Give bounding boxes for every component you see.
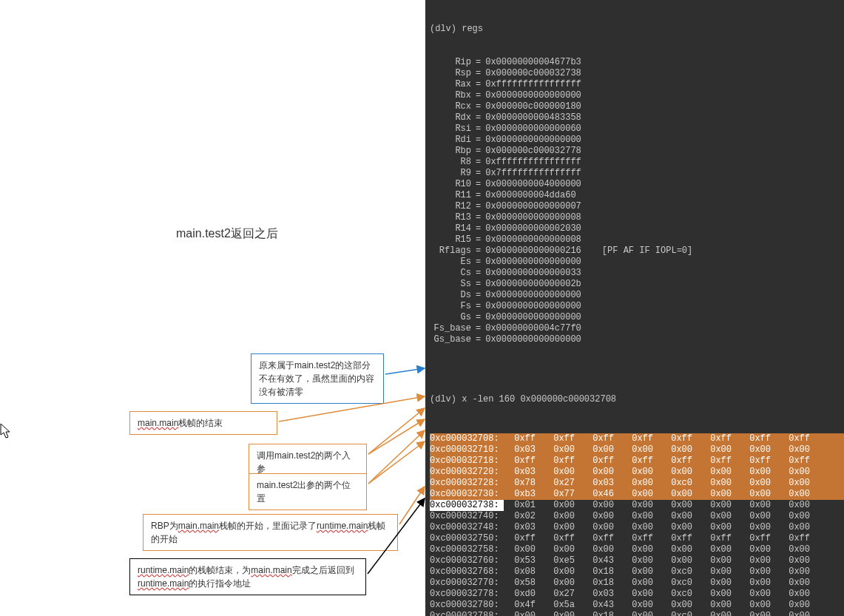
memory-row: 0xc000032778:0xd00x270x030x000xc00x000x0… xyxy=(430,589,844,600)
memory-row: 0xc000032710:0x030x000x000x000x000x000x0… xyxy=(430,444,844,456)
register-row: Es=0x0000000000000000 xyxy=(430,257,844,268)
register-row: Rip=0x00000000004677b3 xyxy=(430,57,844,68)
register-row: Gs=0x0000000000000000 xyxy=(430,312,844,323)
register-row: Rax=0xffffffffffffffff xyxy=(430,79,844,90)
memory-row: 0xc000032768:0x080x000x180x000xc00x000x0… xyxy=(430,566,844,578)
register-row: Rsi=0x0000000000000060 xyxy=(430,123,844,135)
register-row: R15=0x0000000000000008 xyxy=(430,234,844,246)
memory-row: 0xc000032788:0x000x000x180x000xc00x000x0… xyxy=(430,611,844,616)
callout-two-outparams: main.test2出参的两个位置 xyxy=(249,473,367,510)
callout-runtime-return: runtime.main的栈帧结束，为main.main完成之后返回到runti… xyxy=(129,558,366,595)
register-row: Ss=0x000000000000002b xyxy=(430,279,844,290)
memory-row: 0xc000032760:0x530xe50x430x000x000x000x0… xyxy=(430,555,844,566)
callout-rbp-frame-start: RBP为main.main栈帧的开始，里面记录了runtime.main栈帧的开… xyxy=(143,514,398,551)
memory-row: 0xc000032750:0xff0xff0xff0xff0xff0xff0xf… xyxy=(430,533,844,544)
svg-line-3 xyxy=(368,419,425,454)
memory-row: 0xc000032708:0xff0xff0xff0xff0xff0xff0xf… xyxy=(430,433,844,444)
svg-line-6 xyxy=(399,487,425,524)
svg-line-5 xyxy=(368,441,425,484)
registers-list: Rip=0x00000000004677b3Rsp=0x000000c00003… xyxy=(430,57,844,345)
memory-row: 0xc000032730:0xb30x770x460x000x000x000x0… xyxy=(430,489,844,500)
register-row: Cs=0x0000000000000033 xyxy=(430,268,844,279)
memory-dump: 0xc000032708:0xff0xff0xff0xff0xff0xff0xf… xyxy=(430,433,844,616)
svg-line-0 xyxy=(385,368,425,374)
memory-row: 0xc000032770:0x580x000x180x000xc00x000x0… xyxy=(430,578,844,589)
callout-main-frame-end: main.main栈帧的结束 xyxy=(129,411,277,435)
register-row: Rdx=0x0000000000483358 xyxy=(430,112,844,123)
register-row: Rbp=0x000000c000032778 xyxy=(430,146,844,157)
register-row: Rsp=0x000000c000032738 xyxy=(430,68,844,79)
mouse-cursor-icon xyxy=(0,423,12,442)
memory-row: 0xc000032748:0x030x000x000x000x000x000x0… xyxy=(430,522,844,533)
register-row: R10=0x0000000004000000 xyxy=(430,179,844,190)
register-row: Gs_base=0x0000000000000000 xyxy=(430,334,844,345)
memory-row: 0xc000032718:0xff0xff0xff0xff0xff0xff0xf… xyxy=(430,456,844,467)
register-row: R13=0x0000000000000008 xyxy=(430,212,844,223)
register-row: R14=0x0000000000002030 xyxy=(430,223,844,234)
memory-row: 0xc000032720:0x030x000x000x000x000x000x0… xyxy=(430,467,844,478)
register-row: Ds=0x0000000000000000 xyxy=(430,290,844,301)
svg-line-4 xyxy=(368,430,425,484)
memory-row: 0xc000032728:0x780x270x030x000xc00x000x0… xyxy=(430,478,844,489)
register-row: R12=0x0000000000000007 xyxy=(430,201,844,212)
memory-row: 0xc000032740:0x020x000x000x000x000x000x0… xyxy=(430,511,844,522)
register-row: Rcx=0x000000c000000180 xyxy=(430,101,844,112)
register-row: Fs=0x0000000000000000 xyxy=(430,301,844,312)
register-row: R11=0x0000000004dda60 xyxy=(430,190,844,201)
memory-row: 0xc000032758:0x000x000x000x000x000x000x0… xyxy=(430,544,844,555)
memory-row: 0xc000032738:0x010x000x000x000x000x000x0… xyxy=(430,500,844,511)
section-title: main.test2返回之后 xyxy=(176,226,278,242)
register-row: Rflags=0x0000000000000216[PF AF IF IOPL=… xyxy=(430,246,844,257)
register-row: R9=0x7fffffffffffffff xyxy=(430,168,844,179)
memory-row: 0xc000032780:0x4f0x5a0x430x000x000x000x0… xyxy=(430,600,844,611)
register-row: R8=0xffffffffffffffff xyxy=(430,157,844,168)
callout-invalid-region: 原来属于main.test2的这部分不在有效了，虽然里面的内容没有被清零 xyxy=(251,353,384,404)
register-row: Fs_base=0x00000000004c77f0 xyxy=(430,323,844,334)
register-row: Rbx=0x0000000000000000 xyxy=(430,90,844,101)
register-row: Rdi=0x0000000000000000 xyxy=(430,135,844,146)
dlv-prompt-memdump: (dlv) x -len 160 0x000000c000032708 xyxy=(430,394,844,405)
dlv-prompt-regs: (dlv) regs xyxy=(430,24,844,35)
svg-line-2 xyxy=(368,408,425,454)
terminal-output: (dlv) regs Rip=0x00000000004677b3Rsp=0x0… xyxy=(425,0,844,616)
